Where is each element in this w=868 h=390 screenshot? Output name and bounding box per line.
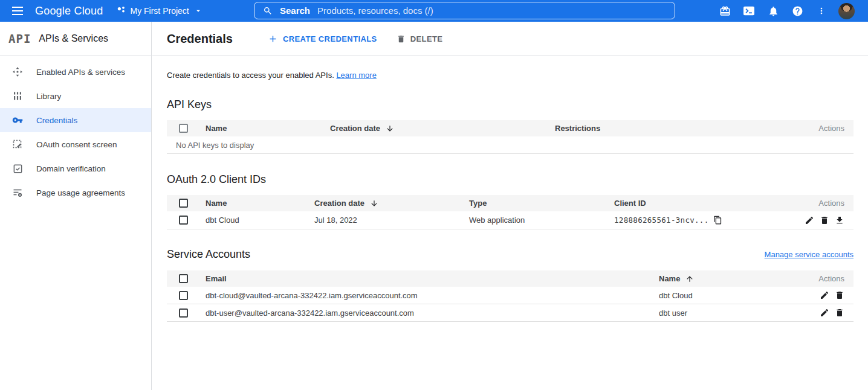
library-icon bbox=[12, 91, 23, 101]
sidebar-item-label: Page usage agreements bbox=[36, 188, 125, 197]
sort-descending-icon bbox=[386, 124, 394, 133]
search-input[interactable]: Search Products, resources, docs (/) bbox=[254, 2, 675, 19]
column-header-name[interactable]: Name bbox=[206, 124, 330, 133]
sidebar-item-library[interactable]: Library bbox=[0, 84, 151, 108]
project-name: My First Project bbox=[130, 6, 189, 16]
trash-icon[interactable] bbox=[820, 216, 829, 225]
download-icon[interactable] bbox=[835, 216, 844, 225]
intro-sentence: Create credentials to access your enable… bbox=[167, 71, 334, 80]
select-all-checkbox[interactable] bbox=[179, 274, 188, 283]
sidebar-item-domain-verification[interactable]: Domain verification bbox=[0, 156, 151, 181]
column-header-label: Creation date bbox=[330, 124, 380, 133]
column-header-actions: Actions bbox=[799, 274, 853, 283]
column-header-name[interactable]: Name bbox=[206, 199, 314, 208]
row-checkbox[interactable] bbox=[179, 291, 188, 300]
oauth-table-header: Name Creation date Type Client ID Action… bbox=[167, 195, 853, 211]
copy-icon[interactable] bbox=[713, 216, 722, 225]
project-icon bbox=[117, 5, 125, 16]
sidebar-item-label: Credentials bbox=[36, 116, 77, 125]
sort-ascending-icon bbox=[685, 275, 694, 283]
column-header-label: Creation date bbox=[314, 199, 364, 208]
sidebar-header: API APIs & Services bbox=[0, 22, 151, 56]
manage-service-accounts-link[interactable]: Manage service accounts bbox=[765, 250, 853, 259]
search-icon bbox=[263, 6, 273, 16]
create-credentials-label: CREATE CREDENTIALS bbox=[283, 34, 377, 43]
api-keys-heading: API Keys bbox=[167, 98, 853, 111]
column-header-actions: Actions bbox=[799, 124, 853, 133]
sidebar-nav: Enabled APIs & services Library Credenti… bbox=[0, 56, 151, 205]
intro-text: Create credentials to access your enable… bbox=[167, 71, 853, 80]
edit-pencil-icon[interactable] bbox=[820, 290, 829, 300]
project-selector[interactable]: My First Project bbox=[117, 5, 202, 16]
column-header-creation-date[interactable]: Creation date bbox=[314, 199, 469, 208]
oauth-clients-heading: OAuth 2.0 Client IDs bbox=[167, 173, 853, 186]
service-account-email: dbt-cloud@vaulted-arcana-332422.iam.gser… bbox=[206, 291, 659, 300]
user-avatar[interactable] bbox=[838, 3, 855, 19]
select-all-checkbox[interactable] bbox=[179, 199, 188, 208]
top-app-bar: Google Cloud My First Project Search Pro… bbox=[0, 0, 868, 22]
page-title: Credentials bbox=[167, 32, 233, 46]
oauth-client-name: dbt Cloud bbox=[206, 216, 314, 225]
column-header-type[interactable]: Type bbox=[469, 199, 614, 208]
oauth-client-id-value: 128886265561-3ncv... bbox=[614, 216, 709, 225]
row-checkbox[interactable] bbox=[179, 308, 188, 318]
gift-icon[interactable] bbox=[717, 4, 732, 18]
sidebar-item-enabled-apis[interactable]: Enabled APIs & services bbox=[0, 60, 151, 84]
table-row: dbt-cloud@vaulted-arcana-332422.iam.gser… bbox=[167, 287, 853, 304]
table-row: dbt Cloud Jul 18, 2022 Web application 1… bbox=[167, 211, 853, 229]
plus-icon bbox=[268, 34, 278, 44]
service-accounts-table: Email Name Actions dbt-cloud@vaulted-arc… bbox=[167, 270, 853, 322]
column-header-restrictions[interactable]: Restrictions bbox=[555, 124, 799, 133]
select-all-checkbox[interactable] bbox=[179, 124, 188, 133]
more-options-icon[interactable] bbox=[814, 4, 829, 18]
sidebar-item-label: Domain verification bbox=[36, 164, 106, 173]
cloud-shell-icon[interactable] bbox=[742, 4, 756, 18]
page-usage-icon bbox=[12, 187, 23, 198]
key-icon bbox=[12, 115, 23, 126]
row-checkbox[interactable] bbox=[179, 216, 188, 225]
learn-more-link[interactable]: Learn more bbox=[336, 71, 376, 80]
search-placeholder: Products, resources, docs (/) bbox=[317, 5, 433, 16]
search-label: Search bbox=[280, 5, 310, 16]
domain-verification-icon bbox=[12, 163, 23, 174]
help-icon[interactable] bbox=[790, 4, 805, 18]
trash-icon[interactable] bbox=[835, 308, 844, 318]
delete-label: DELETE bbox=[410, 34, 443, 43]
column-header-name[interactable]: Name bbox=[659, 274, 799, 283]
enabled-apis-icon bbox=[12, 66, 23, 77]
sidebar-item-label: OAuth consent screen bbox=[36, 140, 117, 149]
sidebar-item-label: Library bbox=[36, 92, 61, 101]
create-credentials-button[interactable]: CREATE CREDENTIALS bbox=[268, 34, 377, 44]
service-accounts-table-header: Email Name Actions bbox=[167, 270, 853, 287]
api-logo-icon: API bbox=[8, 32, 31, 45]
column-header-actions: Actions bbox=[781, 199, 853, 208]
hamburger-menu-icon[interactable] bbox=[10, 4, 25, 18]
sidebar: API APIs & Services Enabled APIs & servi… bbox=[0, 22, 152, 390]
column-header-client-id[interactable]: Client ID bbox=[614, 199, 781, 208]
api-keys-table: Name Creation date Restrictions Actions … bbox=[167, 120, 853, 154]
service-accounts-header-row: Service Accounts Manage service accounts bbox=[167, 248, 853, 261]
sidebar-item-oauth-consent[interactable]: OAuth consent screen bbox=[0, 132, 151, 156]
service-account-name: dbt Cloud bbox=[659, 291, 799, 300]
service-account-name: dbt user bbox=[659, 308, 799, 318]
page-body: Create credentials to access your enable… bbox=[152, 71, 868, 322]
sidebar-item-credentials[interactable]: Credentials bbox=[0, 108, 151, 132]
oauth-client-creation-date: Jul 18, 2022 bbox=[314, 216, 469, 225]
edit-pencil-icon[interactable] bbox=[805, 216, 814, 225]
page-toolbar: Credentials CREATE CREDENTIALS DELETE bbox=[152, 22, 868, 56]
api-keys-table-header: Name Creation date Restrictions Actions bbox=[167, 120, 853, 136]
service-account-email: dbt-user@vaulted-arcana-332422.iam.gserv… bbox=[206, 308, 659, 318]
trash-icon[interactable] bbox=[835, 290, 844, 300]
edit-pencil-icon[interactable] bbox=[820, 308, 829, 318]
api-keys-empty-message: No API keys to display bbox=[167, 136, 853, 154]
sidebar-item-page-usage[interactable]: Page usage agreements bbox=[0, 181, 151, 205]
delete-button[interactable]: DELETE bbox=[397, 34, 443, 43]
main-content: Credentials CREATE CREDENTIALS DELETE Cr… bbox=[152, 22, 868, 390]
trash-icon bbox=[397, 34, 406, 43]
oauth-consent-icon bbox=[12, 139, 23, 150]
column-header-email[interactable]: Email bbox=[206, 274, 659, 283]
notifications-bell-icon[interactable] bbox=[766, 4, 780, 18]
oauth-clients-table: Name Creation date Type Client ID Action… bbox=[167, 195, 853, 229]
column-header-creation-date[interactable]: Creation date bbox=[330, 124, 555, 133]
google-cloud-logo[interactable]: Google Cloud bbox=[35, 5, 103, 18]
